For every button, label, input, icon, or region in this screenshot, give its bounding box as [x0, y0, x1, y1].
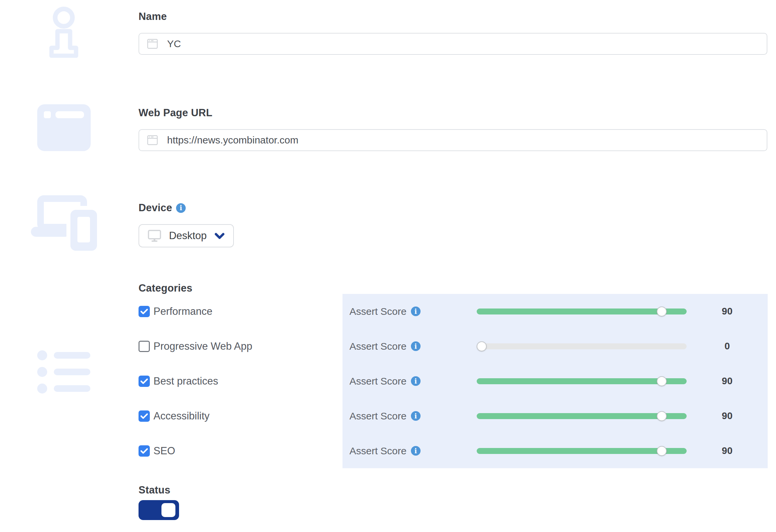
status-toggle[interactable]: [139, 500, 179, 520]
assert-score-row: Assert Score i 90: [343, 433, 768, 468]
assert-score-value: 90: [687, 306, 768, 317]
assert-score-row: Assert Score i 90: [343, 398, 768, 433]
info-circle-icon[interactable]: i: [411, 376, 420, 386]
checkbox-seo[interactable]: [139, 445, 150, 457]
category-label[interactable]: Best practices: [154, 375, 218, 387]
info-circle-icon[interactable]: i: [411, 306, 420, 316]
assert-score-value: 90: [687, 375, 768, 386]
category-row-seo: SEO: [139, 433, 338, 468]
checkbox-best-practices[interactable]: [139, 375, 150, 387]
category-label[interactable]: Progressive Web App: [154, 340, 252, 352]
checkbox-performance[interactable]: [139, 306, 150, 317]
slider-track[interactable]: [477, 343, 687, 349]
assert-score-value: 0: [687, 341, 768, 352]
assert-score-label-row: Assert Score i: [343, 375, 477, 387]
browser-window-icon: [37, 104, 91, 151]
list-icon: [37, 348, 90, 394]
assert-score-row: Assert Score i 90: [343, 364, 768, 398]
name-label: Name: [139, 11, 167, 23]
assert-score-label-row: Assert Score i: [343, 341, 477, 352]
info-circle-icon[interactable]: i: [176, 203, 186, 213]
assert-score-row: Assert Score i 0: [343, 329, 768, 364]
slider-track[interactable]: [477, 448, 687, 454]
assert-score-label: Assert Score: [350, 445, 407, 457]
assert-score-label: Assert Score: [350, 341, 407, 352]
chevron-down-icon: [215, 233, 225, 239]
category-label[interactable]: SEO: [154, 445, 175, 457]
category-row-performance: Performance: [139, 294, 338, 329]
category-row-best-practices: Best practices: [139, 364, 338, 398]
info-circle-icon[interactable]: i: [411, 446, 420, 456]
device-select[interactable]: Desktop: [139, 224, 234, 247]
category-label[interactable]: Performance: [154, 305, 212, 317]
assert-score-value: 90: [687, 445, 768, 456]
create-monitor-form-page: { "form": { "name_field": { "label": "Na…: [0, 0, 776, 532]
status-label: Status: [139, 484, 170, 496]
assert-score-value: 90: [687, 411, 768, 422]
assert-score-slider[interactable]: [477, 446, 687, 456]
checkbox-accessibility[interactable]: [139, 411, 150, 422]
device-label-row: Device i: [139, 202, 186, 214]
laptop-and-phone-icon: [28, 195, 101, 255]
slider-thumb[interactable]: [657, 411, 667, 421]
assert-score-slider[interactable]: [477, 306, 687, 316]
assert-score-label: Assert Score: [350, 306, 407, 317]
assert-score-label-row: Assert Score i: [343, 445, 477, 457]
checkbox-progressive-web-app[interactable]: [139, 341, 150, 352]
assert-score-panel: Assert Score i 90 Assert Score i 0 Asser…: [343, 294, 768, 468]
assert-score-slider[interactable]: [477, 376, 687, 386]
slider-track[interactable]: [477, 308, 687, 314]
assert-score-label-row: Assert Score i: [343, 306, 477, 317]
assert-score-row: Assert Score i 90: [343, 294, 768, 329]
device-label: Device: [139, 202, 172, 214]
slider-thumb[interactable]: [657, 446, 667, 456]
info-circle-icon[interactable]: i: [411, 341, 420, 351]
categories-label: Categories: [139, 282, 192, 294]
name-input-field[interactable]: [167, 38, 759, 49]
window-icon: [147, 39, 158, 49]
assert-score-slider[interactable]: [477, 341, 687, 351]
toggle-knob[interactable]: [162, 503, 175, 517]
name-input[interactable]: [139, 33, 767, 55]
info-circle-icon[interactable]: i: [411, 411, 420, 421]
assert-score-slider[interactable]: [477, 411, 687, 421]
url-label: Web Page URL: [139, 107, 212, 119]
slider-track[interactable]: [477, 413, 687, 419]
slider-thumb[interactable]: [477, 341, 487, 351]
slider-thumb[interactable]: [657, 376, 667, 386]
categories-checkbox-column: Performance Progressive Web App Best pra…: [139, 294, 338, 468]
window-icon: [147, 135, 158, 145]
category-row-progressive-web-app: Progressive Web App: [139, 329, 338, 364]
category-label[interactable]: Accessibility: [154, 410, 210, 422]
slider-thumb[interactable]: [657, 306, 667, 316]
info-icon: [46, 2, 81, 58]
assert-score-label-row: Assert Score i: [343, 411, 477, 422]
device-selected-value: Desktop: [168, 230, 208, 242]
slider-track[interactable]: [477, 378, 687, 384]
monitor-icon: [148, 230, 161, 242]
assert-score-label: Assert Score: [350, 411, 407, 422]
category-row-accessibility: Accessibility: [139, 398, 338, 433]
url-input-field[interactable]: [167, 135, 759, 146]
assert-score-label: Assert Score: [350, 375, 407, 387]
url-input[interactable]: [139, 129, 767, 151]
